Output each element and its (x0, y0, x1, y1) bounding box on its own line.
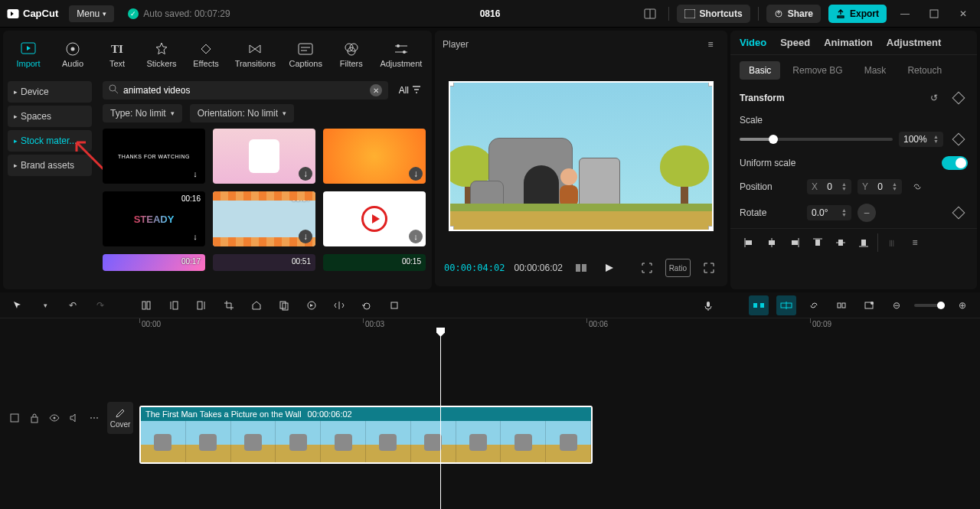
zoom-slider[interactable] (914, 304, 945, 307)
timeline-ruler[interactable]: 00:00 00:03 00:06 00:09 (135, 318, 980, 334)
download-icon[interactable]: ↓ (299, 167, 312, 181)
download-icon[interactable]: ↓ (299, 230, 312, 243)
redo-button[interactable]: ↷ (90, 295, 110, 315)
video-track[interactable]: The First Man Takes a Picture on the Wal… (135, 406, 972, 464)
preview-render-tool[interactable] (859, 295, 879, 315)
spinner-icon[interactable]: ▲▼ (933, 135, 939, 144)
marker-tool[interactable] (247, 295, 266, 315)
link-tool[interactable] (804, 295, 824, 315)
trim-right-tool[interactable] (191, 295, 211, 315)
spinner-icon[interactable]: ▲▼ (841, 208, 847, 217)
zoom-out-button[interactable]: ⊖ (887, 295, 906, 315)
rtab-adjustment[interactable]: Adjustment (887, 37, 942, 48)
align-right-icon[interactable] (786, 233, 804, 252)
download-icon[interactable] (188, 167, 202, 181)
minimize-button[interactable]: — (894, 3, 916, 24)
subtab-removebg[interactable]: Remove BG (783, 61, 851, 80)
align-top-icon[interactable] (808, 233, 827, 252)
spinner-icon[interactable]: ▲▼ (892, 182, 897, 191)
lock-icon[interactable] (28, 411, 41, 425)
search-input[interactable] (123, 85, 365, 96)
select-tool[interactable] (8, 295, 28, 315)
ratio-button[interactable]: Ratio (665, 259, 691, 277)
align-vcenter-icon[interactable] (831, 233, 850, 252)
menu-button[interactable]: Menu▾ (69, 5, 114, 22)
align-hcenter-icon[interactable] (763, 233, 781, 252)
stock-card[interactable] (323, 191, 426, 246)
clear-search-button[interactable]: ✕ (370, 84, 382, 96)
split-tool[interactable] (136, 295, 156, 315)
download-icon[interactable]: ↓ (409, 167, 423, 181)
stock-card[interactable]: 00:17 (103, 254, 205, 271)
rotate-dial-icon[interactable]: – (858, 204, 876, 222)
player-canvas[interactable] (443, 58, 720, 254)
download-icon[interactable] (188, 230, 202, 243)
tab-adjustment[interactable]: Adjustment (377, 34, 426, 75)
scan-icon[interactable] (638, 259, 656, 277)
position-y[interactable]: Y0▲▼ (858, 179, 902, 194)
sidebar-item-device[interactable]: ▸Device (8, 81, 92, 103)
orientation-filter[interactable]: Orientation: No limit▾ (190, 104, 294, 122)
sidebar-item-stock[interactable]: ▸Stock mater... (8, 130, 92, 152)
sidebar-item-spaces[interactable]: ▸Spaces (8, 106, 92, 127)
rotate-value[interactable]: 0.0°▲▼ (807, 205, 851, 220)
export-button[interactable]: Export (828, 5, 887, 23)
rtab-video[interactable]: Video (740, 37, 766, 48)
uniform-scale-toggle[interactable] (942, 156, 968, 170)
trim-left-tool[interactable] (164, 295, 184, 315)
freeze-tool[interactable] (384, 295, 404, 315)
rotate-tool[interactable] (357, 295, 377, 315)
magnet-main-track[interactable] (749, 295, 769, 315)
crop-tool[interactable] (219, 295, 239, 315)
keyframe-icon[interactable] (949, 130, 968, 148)
tab-filters[interactable]: Filters (332, 34, 371, 75)
share-button[interactable]: Share (766, 5, 821, 23)
more-icon[interactable]: ⋯ (87, 411, 101, 425)
close-button[interactable]: ✕ (952, 3, 974, 24)
align-bottom-icon[interactable] (854, 233, 873, 252)
subtab-basic[interactable]: Basic (740, 61, 780, 80)
mute-icon[interactable] (67, 411, 81, 425)
subtab-retouch[interactable]: Retouch (898, 61, 951, 80)
playhead[interactable] (440, 334, 441, 509)
type-filter[interactable]: Type: No limit▾ (103, 104, 182, 122)
position-x[interactable]: X0▲▼ (807, 179, 851, 194)
tab-audio[interactable]: Audio (54, 34, 92, 75)
filter-all-button[interactable]: All (394, 82, 426, 100)
distribute-h-icon[interactable]: ⫼ (883, 233, 901, 252)
mirror-tool[interactable] (329, 295, 349, 315)
preview-axis-tool[interactable] (831, 295, 851, 315)
shortcuts-button[interactable]: Shortcuts (677, 5, 750, 23)
tab-stickers[interactable]: Stickers (142, 34, 181, 75)
mic-button[interactable] (698, 295, 718, 315)
stock-card[interactable]: 00:15 (323, 254, 426, 271)
eye-icon[interactable] (47, 411, 61, 425)
copy-tool[interactable] (274, 295, 294, 315)
scale-slider[interactable] (740, 138, 893, 141)
align-left-icon[interactable] (740, 233, 758, 252)
sidebar-item-brand[interactable]: ▸Brand assets (8, 155, 92, 176)
compare-icon[interactable] (572, 259, 590, 277)
tab-captions[interactable]: Captions (286, 34, 326, 75)
scale-value[interactable]: 100%▲▼ (899, 132, 943, 147)
play-button[interactable] (599, 259, 618, 277)
keyframe-icon[interactable] (949, 204, 968, 222)
reset-icon[interactable]: ↺ (925, 89, 943, 107)
cover-button[interactable]: Cover (107, 402, 133, 434)
download-icon[interactable] (409, 230, 423, 243)
zoom-in-button[interactable]: ⊕ (952, 295, 972, 315)
rtab-speed[interactable]: Speed (780, 37, 810, 48)
magnet-auto-snap[interactable] (776, 295, 796, 315)
video-clip[interactable]: The First Man Takes a Picture on the Wal… (139, 406, 593, 464)
stock-card[interactable]: 00:07↓ (213, 191, 315, 246)
fullscreen-icon[interactable] (700, 259, 718, 277)
layout-icon[interactable] (639, 3, 661, 24)
tab-text[interactable]: TIText (98, 34, 136, 75)
subtab-mask[interactable]: Mask (855, 61, 896, 80)
stock-card[interactable]: 00:51 (213, 254, 315, 271)
project-title[interactable]: 0816 (480, 8, 501, 19)
stock-card[interactable]: ↓ (323, 129, 426, 184)
undo-button[interactable]: ↶ (63, 295, 83, 315)
tab-transitions[interactable]: Transitions (231, 34, 279, 75)
reverse-tool[interactable] (302, 295, 322, 315)
